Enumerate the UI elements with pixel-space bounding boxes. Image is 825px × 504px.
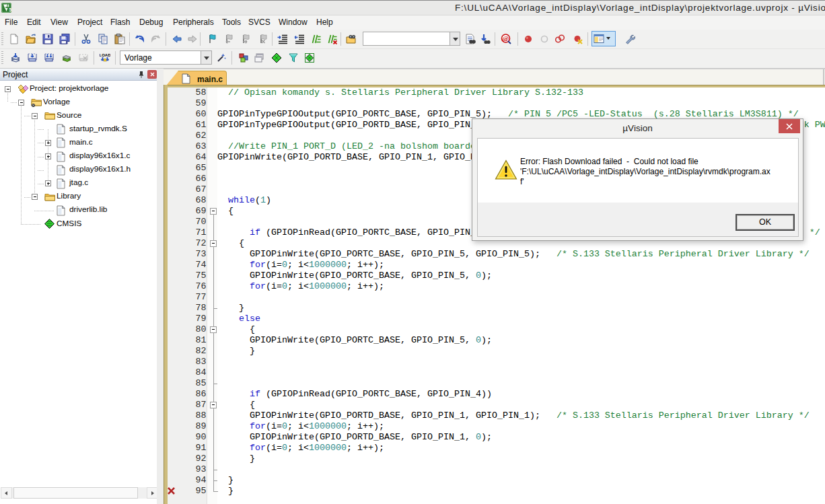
svg-text:@: @: [503, 35, 509, 42]
svg-text:5: 5: [9, 7, 12, 12]
svg-text:LOAD: LOAD: [100, 53, 110, 57]
